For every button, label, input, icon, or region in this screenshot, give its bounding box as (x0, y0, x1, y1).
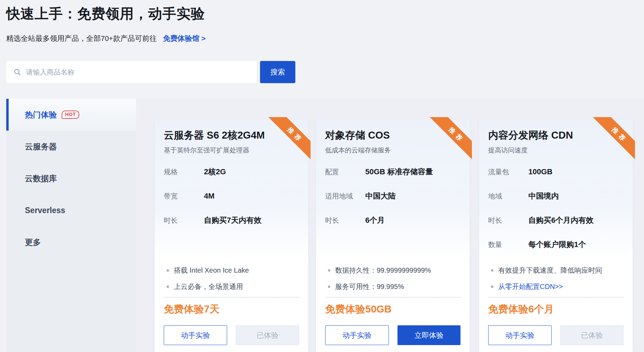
spec-row: 地域 中国境内 (488, 184, 624, 208)
bullet-text: 服务可用性：99.995% (335, 282, 404, 291)
feature-bullet: 从零开始配置CDN>> (488, 279, 624, 295)
card-subtitle: 基于英特尔至强可扩展处理器 (164, 146, 299, 155)
spec-label: 时长 (164, 216, 204, 225)
free-trial-offer: 免费体验7天 (164, 302, 299, 316)
bullet-dot-icon (167, 285, 169, 288)
spec-list: 流量包 100GB 地域 中国境内 时长 自购买6个月内有效 数量 每个账户限购… (488, 160, 624, 257)
feature-bullet: 搭载 Intel Xeon Ice Lake (164, 262, 299, 279)
already-tried-button[interactable]: 已体验 (560, 325, 624, 345)
spec-label: 地域 (488, 192, 528, 201)
spec-row: 带宽 4M (164, 184, 299, 208)
card-subtitle: 提高访问速度 (488, 146, 624, 155)
spec-row: 流量包 100GB (488, 160, 624, 184)
hot-badge: HOT (62, 111, 79, 119)
search-input[interactable] (26, 68, 249, 76)
spec-value: 中国境内 (528, 191, 559, 201)
spec-label: 适用地域 (325, 192, 365, 201)
free-experience-hall-link[interactable]: 免费体验馆 > (163, 34, 206, 43)
spec-row: 规格 2核2G (164, 160, 299, 184)
spec-value: 4M (204, 192, 215, 201)
spec-value: 6个月 (365, 215, 385, 226)
search-row: 搜索 (6, 61, 295, 83)
page-title: 快速上手：免费领用，动手实验 (6, 4, 205, 23)
dotted-divider (164, 297, 299, 298)
sidebar-item-label: 云数据库 (25, 173, 57, 184)
spec-value: 50GB 标准存储容量 (365, 167, 433, 177)
search-box[interactable] (6, 61, 257, 83)
sidebar-item-clouddb[interactable]: 云数据库 (6, 162, 136, 194)
sidebar-item-label: 更多 (25, 237, 41, 248)
search-button[interactable]: 搜索 (260, 61, 295, 83)
hands-on-lab-button[interactable]: 动手实验 (488, 325, 552, 345)
sidebar-item-label: Serverless (25, 206, 65, 215)
bullet-dot-icon (167, 269, 169, 272)
spec-list: 配置 50GB 标准存储容量 适用地域 中国大陆 时长 6个月 (325, 160, 460, 232)
hands-on-lab-button[interactable]: 动手实验 (325, 325, 389, 345)
card-title: 对象存储 COS (325, 129, 460, 142)
dotted-divider (488, 297, 624, 298)
feature-bullet: 有效提升下载速度、降低响应时间 (488, 262, 624, 279)
spec-value: 100GB (528, 167, 553, 176)
spec-label: 规格 (164, 167, 204, 177)
spec-label: 流量包 (488, 167, 528, 177)
spec-label: 时长 (325, 216, 365, 225)
sidebar-item-label: 热门体验 (25, 109, 57, 120)
spec-value: 自购买6个月内有效 (528, 215, 593, 226)
hands-on-lab-button[interactable]: 动手实验 (164, 325, 227, 345)
spec-label: 带宽 (164, 192, 204, 201)
spec-label: 配置 (325, 167, 365, 177)
spec-row: 时长 自购买6个月内有效 (488, 208, 624, 232)
category-sidebar: 热门体验 HOT 云服务器 云数据库 Serverless 更多 (6, 99, 136, 352)
spec-list: 规格 2核2G 带宽 4M 时长 自购买7天内有效 (164, 160, 299, 232)
already-tried-button[interactable]: 已体验 (236, 325, 299, 345)
page-subtitle: 精选全站最多领用产品，全部70+款产品可前往 免费体验馆 > (6, 34, 206, 43)
free-trial-offer: 免费体验6个月 (488, 302, 624, 316)
search-icon (14, 68, 21, 76)
sidebar-item-cvm[interactable]: 云服务器 (6, 131, 136, 162)
feature-bullet: 服务可用性：99.995% (325, 279, 460, 295)
spec-label: 数量 (488, 240, 528, 249)
spec-label: 时长 (488, 216, 528, 225)
sidebar-item-serverless[interactable]: Serverless (6, 194, 136, 226)
bullet-text: 数据持久性：99.9999999999% (335, 266, 431, 275)
try-now-button[interactable]: 立即体验 (397, 325, 460, 345)
spec-row: 配置 50GB 标准存储容量 (325, 160, 460, 184)
product-card-cos: 推荐 对象存储 COS 低成本的云端存储服务 配置 50GB 标准存储容量 适用… (316, 120, 469, 352)
bullet-text: 有效提升下载速度、降低响应时间 (498, 266, 602, 275)
bullet-dot-icon (328, 269, 330, 272)
sidebar-item-hot[interactable]: 热门体验 HOT (6, 99, 136, 131)
spec-row: 数量 每个账户限购1个 (488, 232, 624, 257)
spec-row: 时长 自购买7天内有效 (164, 208, 299, 232)
card-subtitle: 低成本的云端存储服务 (325, 146, 460, 155)
product-card-cvm: 推荐 云服务器 S6 2核2G4M 基于英特尔至强可扩展处理器 规格 2核2G … (155, 120, 308, 352)
dotted-divider (325, 297, 460, 298)
subtitle-text: 精选全站最多领用产品，全部70+款产品可前往 (6, 34, 157, 43)
sidebar-item-label: 云服务器 (25, 141, 57, 152)
sidebar-item-more[interactable]: 更多 (6, 226, 136, 258)
spec-row: 适用地域 中国大陆 (325, 184, 460, 208)
card-title: 内容分发网络 CDN (488, 129, 624, 142)
free-trial-offer: 免费体验50GB (325, 302, 460, 316)
feature-bullet: 上云必备，全场景通用 (164, 279, 299, 295)
product-card-cdn: 推荐 内容分发网络 CDN 提高访问速度 流量包 100GB 地域 中国境内 时… (479, 120, 633, 352)
bullet-text: 上云必备，全场景通用 (174, 282, 243, 291)
bullet-dot-icon (491, 269, 493, 272)
card-title: 云服务器 S6 2核2G4M (164, 129, 299, 142)
spec-value: 中国大陆 (365, 191, 396, 201)
bullet-text: 搭载 Intel Xeon Ice Lake (174, 266, 249, 275)
cdn-config-guide-link[interactable]: 从零开始配置CDN>> (498, 282, 563, 291)
bullet-dot-icon (491, 285, 493, 288)
spec-value: 自购买7天内有效 (204, 215, 261, 226)
bullet-dot-icon (328, 285, 330, 288)
spec-row: 时长 6个月 (325, 208, 460, 232)
spec-value: 每个账户限购1个 (528, 239, 586, 250)
spec-value: 2核2G (204, 167, 226, 177)
feature-bullet: 数据持久性：99.9999999999% (325, 262, 460, 279)
